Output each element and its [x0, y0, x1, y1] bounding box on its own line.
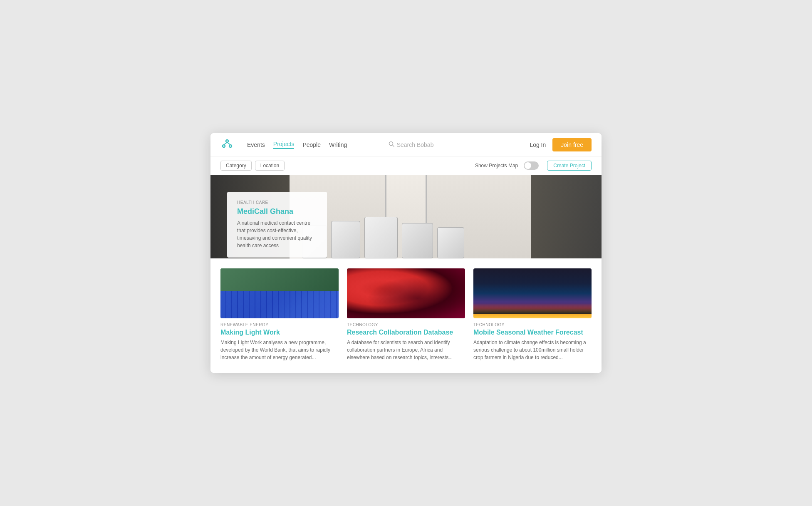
project-category-2: TECHNOLOGY: [473, 322, 592, 327]
nav-writing[interactable]: Writing: [329, 141, 347, 148]
projects-grid: RENEWABLE ENERGY Making Light Work Makin…: [220, 268, 592, 361]
search-placeholder: Search Bobab: [397, 141, 434, 148]
svg-line-6: [392, 145, 394, 147]
projects-section: RENEWABLE ENERGY Making Light Work Makin…: [210, 258, 602, 373]
browser-window: Events Projects People Writing Search Bo…: [210, 133, 602, 373]
logo[interactable]: [220, 137, 234, 152]
project-card-1[interactable]: TECHNOLOGY Research Collaboration Databa…: [347, 268, 465, 361]
project-title-0: Making Light Work: [220, 329, 339, 336]
show-map-toggle[interactable]: [524, 161, 539, 170]
svg-point-0: [226, 140, 228, 142]
project-category-1: TECHNOLOGY: [347, 322, 465, 327]
search-area[interactable]: Search Bobab: [389, 141, 520, 148]
project-thumb-1: [347, 268, 465, 318]
hero-category: HEALTH CARE: [237, 200, 317, 205]
category-filter[interactable]: Category: [220, 161, 252, 171]
right-shelf: [531, 175, 602, 258]
hero-section: HEALTH CARE MediCall Ghana A national me…: [210, 175, 602, 258]
project-title-2: Mobile Seasonal Weather Forecast: [473, 329, 592, 336]
svg-line-3: [224, 142, 227, 145]
project-thumb-0: [220, 268, 339, 318]
hero-description: A national medical contact centre that p…: [237, 219, 317, 249]
project-desc-1: A database for scientists to search and …: [347, 339, 465, 361]
show-map-label: Show Projects Map: [475, 163, 518, 169]
svg-line-4: [227, 142, 230, 145]
project-card-0[interactable]: RENEWABLE ENERGY Making Light Work Makin…: [220, 268, 339, 361]
hero-title: MediCall Ghana: [237, 207, 317, 216]
machines: [294, 208, 527, 258]
nav-events[interactable]: Events: [247, 141, 265, 148]
project-category-0: RENEWABLE ENERGY: [220, 322, 339, 327]
location-filter[interactable]: Location: [255, 161, 285, 171]
nav-people[interactable]: People: [302, 141, 321, 148]
filter-bar: Category Location Show Projects Map Crea…: [210, 156, 602, 175]
nav-projects[interactable]: Projects: [273, 141, 295, 149]
navbar: Events Projects People Writing Search Bo…: [210, 133, 602, 156]
nav-right: Log In Join free: [530, 138, 592, 151]
svg-point-1: [223, 145, 225, 147]
search-icon: [389, 141, 394, 148]
project-card-2[interactable]: TECHNOLOGY Mobile Seasonal Weather Forec…: [473, 268, 592, 361]
login-link[interactable]: Log In: [530, 141, 546, 148]
hero-card[interactable]: HEALTH CARE MediCall Ghana A national me…: [227, 192, 327, 258]
nav-links: Events Projects People Writing: [247, 141, 379, 149]
create-project-button[interactable]: Create Project: [547, 161, 592, 171]
project-thumb-2: [473, 268, 592, 318]
project-title-1: Research Collaboration Database: [347, 329, 465, 336]
svg-point-2: [229, 145, 232, 147]
project-desc-2: Adaptation to climate change effects is …: [473, 339, 592, 361]
join-button[interactable]: Join free: [552, 138, 592, 151]
project-desc-0: Making Light Work analyses a new program…: [220, 339, 339, 361]
